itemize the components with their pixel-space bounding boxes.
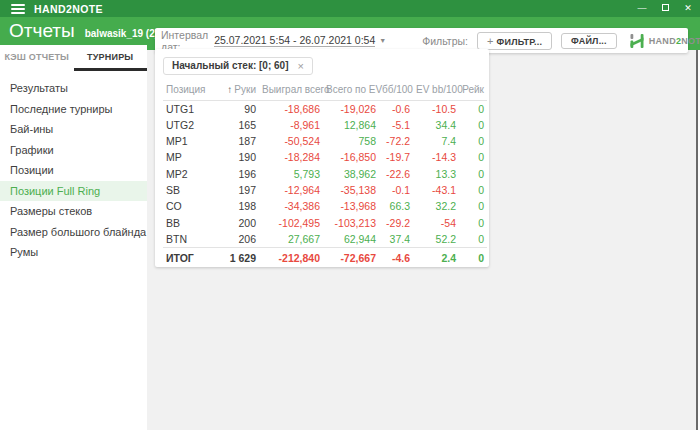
value-cell: -72,667 (323, 248, 379, 267)
position-cell: ИТОГ (163, 248, 221, 267)
value-cell: 206 (221, 231, 259, 248)
value-cell: -12,964 (259, 182, 323, 198)
chevron-down-icon: ▼ (379, 37, 386, 44)
filter-chip-label: Начальный стек: [0; 60] (172, 60, 289, 71)
table-row[interactable]: UTG2165-8,96112,864-5.134.40 (163, 117, 487, 133)
value-cell: 52.2 (413, 231, 459, 248)
close-button[interactable]: ✕ (682, 0, 694, 17)
sidebar-item-positions-full-ring[interactable]: Позиции Full Ring (0, 181, 147, 202)
value-cell: 0 (459, 133, 487, 149)
plus-icon: + (487, 35, 494, 47)
col-bb100[interactable]: бб/100 (379, 80, 413, 101)
sidebar-item-stack-sizes[interactable]: Размеры стеков (0, 201, 147, 222)
value-cell: 0 (459, 215, 487, 231)
table-row[interactable]: CO198-34,386-13,96866.332.20 (163, 198, 487, 214)
table-row[interactable]: MP21965,79338,962-22.613.30 (163, 166, 487, 182)
value-cell: -43.1 (413, 182, 459, 198)
value-cell: 7.4 (413, 133, 459, 149)
sidebar-item-results[interactable]: Результаты (0, 78, 147, 99)
sidebar-item-buyins[interactable]: Бай-ины (0, 119, 147, 140)
value-cell: -35,138 (323, 182, 379, 198)
value-cell: 200 (221, 215, 259, 231)
value-cell: 27,667 (259, 231, 323, 248)
value-cell: 0 (459, 149, 487, 165)
app-title: HAND2NOTE (34, 3, 103, 15)
position-cell: MP1 (163, 133, 221, 149)
value-cell: 190 (221, 149, 259, 165)
close-icon[interactable]: × (298, 60, 304, 72)
sidebar-item-big-blind-size[interactable]: Размер большого блайнда (0, 222, 147, 243)
table-row[interactable]: MP190-18,284-16,850-19.7-14.30 (163, 149, 487, 165)
menu-icon[interactable] (11, 4, 25, 14)
value-cell: 187 (221, 133, 259, 149)
table-row[interactable]: BTN20627,66762,94437.452.20 (163, 231, 487, 248)
file-filter-button[interactable]: ФАЙЛ... (561, 33, 617, 49)
position-cell: SB (163, 182, 221, 198)
tab-cash-reports[interactable]: КЭШ ОТЧЕТЫ (0, 45, 74, 71)
value-cell: 38,962 (323, 166, 379, 182)
value-cell: 0 (459, 100, 487, 117)
value-cell: 37.4 (379, 231, 413, 248)
col-rake[interactable]: Рейк (459, 80, 487, 101)
minimize-button[interactable]: — (636, 0, 648, 17)
position-cell: CO (163, 198, 221, 214)
tab-tournaments[interactable]: ТУРНИРЫ (74, 45, 148, 71)
positions-table: Позиция ↑Руки Выиграл всего Всего по EV … (163, 80, 487, 267)
value-cell: -22.6 (379, 166, 413, 182)
value-cell: -14.3 (413, 149, 459, 165)
sidebar-item-positions[interactable]: Позиции (0, 160, 147, 181)
col-hands[interactable]: ↑Руки (221, 80, 259, 101)
sidebar-item-recent-tournaments[interactable]: Последние турниры (0, 99, 147, 120)
value-cell: 165 (221, 117, 259, 133)
value-cell: -29.2 (379, 215, 413, 231)
value-cell: 12,864 (323, 117, 379, 133)
value-cell: -5.1 (379, 117, 413, 133)
value-cell: 758 (323, 133, 379, 149)
sidebar-item-rooms[interactable]: Румы (0, 242, 147, 263)
col-ev-total[interactable]: Всего по EV (323, 80, 379, 101)
value-cell: -18,284 (259, 149, 323, 165)
col-won-total[interactable]: Выиграл всего (259, 80, 323, 101)
value-cell: -19,026 (323, 100, 379, 117)
value-cell: 0 (459, 182, 487, 198)
value-cell: -4.6 (379, 248, 413, 267)
sort-asc-icon: ↑ (227, 84, 232, 95)
value-cell: -72.2 (379, 133, 413, 149)
table-row[interactable]: BB200-102,495-103,213-29.2-540 (163, 215, 487, 231)
value-cell: 2.4 (413, 248, 459, 267)
position-cell: MP2 (163, 166, 221, 182)
table-row[interactable]: SB197-12,964-35,138-0.1-43.10 (163, 182, 487, 198)
filter-chip-starting-stack[interactable]: Начальный стек: [0; 60] × (163, 57, 313, 75)
value-cell: -102,495 (259, 215, 323, 231)
value-cell: 62,944 (323, 231, 379, 248)
value-cell: -54 (413, 215, 459, 231)
value-cell: 5,793 (259, 166, 323, 182)
value-cell: 32.2 (413, 198, 459, 214)
value-cell: 0 (459, 248, 487, 267)
table-total-row[interactable]: ИТОГ1 629-212,840-72,667-4.62.40 (163, 248, 487, 267)
value-cell: -13,968 (323, 198, 379, 214)
value-cell: -0.6 (379, 100, 413, 117)
maximize-button[interactable] (659, 0, 671, 17)
value-cell: 196 (221, 166, 259, 182)
hand2note-site-link[interactable]: HAND2NOTE.COM (630, 34, 700, 48)
position-cell: BB (163, 215, 221, 231)
titlebar: HAND2NOTE — ✕ (0, 0, 700, 17)
position-cell: MP (163, 149, 221, 165)
page-title: Отчеты (9, 20, 75, 42)
table-row[interactable]: MP1187-50,524758-72.27.40 (163, 133, 487, 149)
value-cell: 1 629 (221, 248, 259, 267)
col-ev-bb100[interactable]: EV bb/100 (413, 80, 459, 101)
table-row[interactable]: UTG190-18,686-19,026-0.6-10.50 (163, 100, 487, 117)
site-url-label: HAND2NOTE.COM (649, 36, 700, 46)
value-cell: 197 (221, 182, 259, 198)
col-position[interactable]: Позиция (163, 80, 221, 101)
value-cell: -212,840 (259, 248, 323, 267)
date-range-picker[interactable]: 25.07.2021 5:54 - 26.07.2021 0:54 (214, 34, 375, 47)
value-cell: 13.3 (413, 166, 459, 182)
add-filter-button[interactable]: +ФИЛЬТР... (477, 32, 552, 50)
value-cell: 90 (221, 100, 259, 117)
sidebar-item-graphs[interactable]: Графики (0, 140, 147, 161)
value-cell: 0 (459, 117, 487, 133)
value-cell: -34,386 (259, 198, 323, 214)
